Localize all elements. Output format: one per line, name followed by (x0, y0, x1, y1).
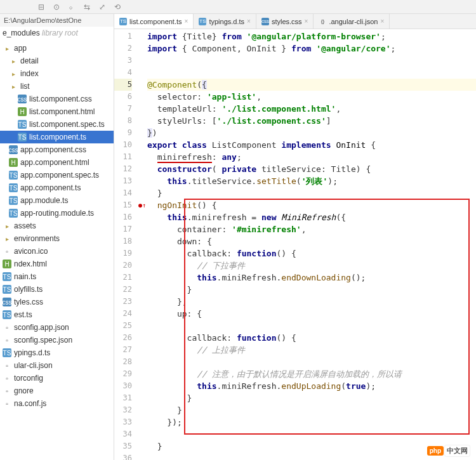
tree-item[interactable]: ▸detail (0, 55, 114, 67)
tree-item[interactable]: csstyles.css (0, 296, 114, 308)
close-icon[interactable]: × (305, 18, 308, 25)
tree-item-label: app.component.css (20, 145, 86, 154)
code-line[interactable]: templateUrl: './list.component.html', (147, 103, 476, 115)
tree-item-label: sconfig.spec.json (14, 336, 72, 345)
code-line[interactable] (147, 428, 476, 440)
tree-item[interactable]: ▫torconfig (0, 372, 114, 384)
code-line[interactable]: selector: 'app-list', (147, 91, 476, 103)
code-line[interactable]: minirefresh: any; (147, 151, 476, 163)
tree-item[interactable]: TSolyfills.ts (0, 283, 114, 296)
code-line[interactable]: constructor( private titleService: Title… (147, 163, 476, 175)
code-line[interactable]: } (147, 404, 476, 416)
code-line[interactable]: // 上拉事件 (147, 344, 476, 356)
code-line[interactable]: // 下拉事件 (147, 260, 476, 272)
code-line[interactable] (147, 55, 476, 67)
code-line[interactable]: }) (147, 127, 476, 139)
tree-item[interactable]: ▸environments (0, 232, 114, 245)
toolbar-icon[interactable]: ⟲ (114, 3, 123, 11)
code-line[interactable]: this.miniRefresh.endUpLoading(true); (147, 380, 476, 392)
gutter-mark (137, 452, 147, 460)
code-line[interactable]: } (147, 187, 476, 199)
line-number: 14 (114, 187, 132, 199)
code-line[interactable]: // 注意，由于默认情况是开启满屏自动加载的，所以请 (147, 368, 476, 380)
gutter-mark (137, 175, 147, 187)
line-number: 7 (114, 103, 132, 115)
close-icon[interactable]: × (185, 18, 188, 25)
gutter-mark (137, 211, 147, 223)
gutter-mark (137, 320, 147, 332)
tree-item[interactable]: Hndex.html (0, 258, 114, 270)
gutter-mark (137, 284, 147, 296)
line-number: 5 (114, 79, 132, 91)
tree-item[interactable]: TSest.ts (0, 308, 114, 321)
tree-item[interactable]: ▸app (0, 42, 114, 55)
tree-item[interactable]: TSnain.ts (0, 270, 114, 283)
code-line[interactable] (147, 320, 476, 332)
toolbar-icon[interactable]: ⇆ (84, 3, 93, 11)
code-line[interactable]: up: { (147, 308, 476, 320)
tree-item-label: olyfills.ts (14, 285, 43, 294)
code-line[interactable]: }, (147, 296, 476, 308)
tree-item[interactable]: ▸list (0, 80, 114, 93)
code-line[interactable]: callback: function() { (147, 247, 476, 260)
editor-tab[interactable]: TStypings.d.ts× (194, 14, 256, 29)
tree-item[interactable]: csslist.component.css (0, 93, 114, 105)
code-line[interactable]: callback: function() { (147, 332, 476, 344)
tree-item[interactable]: TSapp.module.ts (0, 194, 114, 207)
code-line[interactable] (147, 67, 476, 79)
editor-tab[interactable]: TSlist.component.ts× (114, 14, 194, 29)
toolbar-icon[interactable]: ⊟ (38, 3, 47, 11)
code-line[interactable]: styleUrls: ['./list.component.css'] (147, 115, 476, 127)
code-line[interactable] (147, 356, 476, 368)
tree-item[interactable]: ▸index (0, 67, 114, 80)
code-line[interactable]: } (147, 392, 476, 404)
code-line[interactable]: } (147, 284, 476, 296)
code-line[interactable]: }); (147, 416, 476, 428)
code-line[interactable]: import {Title} from '@angular/platform-b… (147, 30, 476, 43)
tree-item[interactable]: TSapp.component.ts (0, 181, 114, 194)
close-icon[interactable]: × (380, 18, 384, 25)
line-number: 18 (114, 235, 132, 247)
tree-item[interactable]: Hlist.component.html (0, 105, 114, 118)
code-line[interactable]: import { Component, OnInit } from '@angu… (147, 43, 476, 55)
gutter-mark (137, 43, 147, 55)
tree-item[interactable]: TSypings.d.ts (0, 346, 114, 359)
code-line[interactable]: @Component({ (147, 79, 476, 91)
gutter-marks: ●↑ (137, 29, 147, 460)
tree-item[interactable]: TSlist.component.ts (0, 131, 114, 143)
tree-item[interactable]: TSapp.component.spec.ts (0, 169, 114, 181)
toolbar-icon[interactable]: ⤢ (99, 3, 108, 11)
tree-item[interactable]: Happ.component.html (0, 156, 114, 169)
code-line[interactable]: ngOnInit() { (147, 199, 476, 211)
code-editor[interactable]: 1234567891011121314151617181920212223242… (114, 29, 476, 460)
tree-item[interactable]: ▫gnore (0, 384, 114, 397)
tree-item[interactable]: ▸assets (0, 220, 114, 232)
code-line[interactable]: this.minirefresh = new MiniRefresh({ (147, 211, 476, 223)
editor-tab[interactable]: {}.angular-cli.json× (314, 14, 390, 29)
gutter-mark (137, 428, 147, 440)
modules-row[interactable]: e_modules library root (0, 27, 114, 39)
editor-tab[interactable]: cssstyles.css× (256, 14, 314, 29)
html-icon: H (9, 158, 18, 167)
code-line[interactable]: container: '#minirefresh', (147, 223, 476, 235)
code-line[interactable]: down: { (147, 235, 476, 247)
code-line[interactable]: export class ListComponent implements On… (147, 139, 476, 151)
file-icon: ▫ (3, 399, 11, 408)
tree-item[interactable]: cssapp.component.css (0, 143, 114, 156)
file-tree[interactable]: ▸app▸detail▸index▸listcsslist.component.… (0, 39, 114, 410)
code-content[interactable]: import {Title} from '@angular/platform-b… (147, 29, 476, 460)
tree-item[interactable]: TSapp-routing.module.ts (0, 207, 114, 220)
tree-item[interactable]: ▫sconfig.spec.json (0, 334, 114, 346)
tree-item[interactable]: ▫avicon.ico (0, 245, 114, 258)
html-icon: H (18, 107, 27, 116)
close-icon[interactable]: × (247, 18, 251, 25)
tree-item-label: na.conf.js (14, 399, 46, 408)
code-line[interactable]: this.titleService.setTitle('列表'); (147, 175, 476, 187)
tree-item[interactable]: ▫na.conf.js (0, 397, 114, 410)
toolbar-icon[interactable]: ⬦ (69, 3, 77, 11)
tree-item[interactable]: ▫ular-cli.json (0, 359, 114, 372)
tree-item[interactable]: ▫sconfig.app.json (0, 321, 114, 334)
toolbar-icon[interactable]: ⊙ (53, 3, 62, 11)
tree-item[interactable]: TSlist.component.spec.ts (0, 118, 114, 131)
code-line[interactable]: this.miniRefresh.endDownLoading(); (147, 272, 476, 284)
